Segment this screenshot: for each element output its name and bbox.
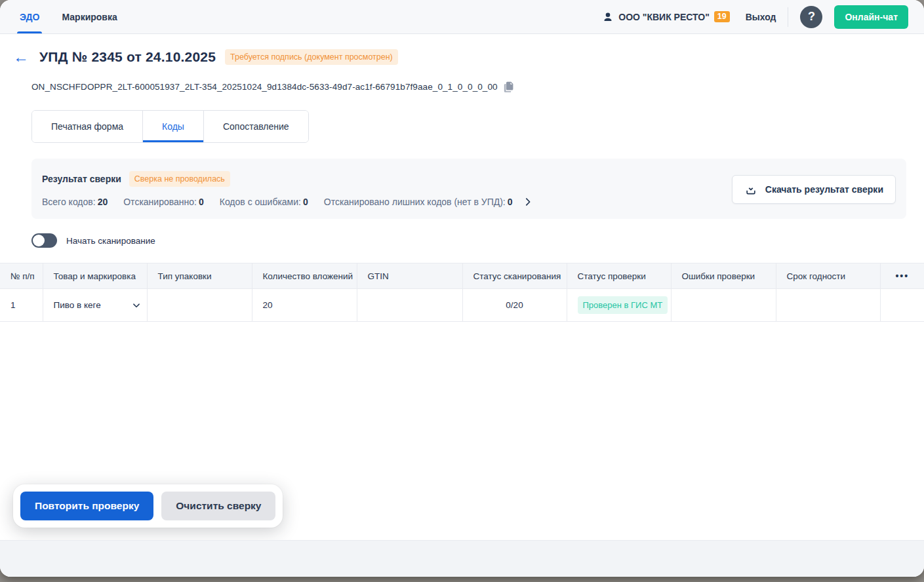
user-icon: [602, 11, 614, 23]
document-tabs: Печатная форма Коды Сопоставление: [31, 110, 309, 143]
cell-scan-status: 0/20: [462, 289, 567, 322]
col-nested-count: Количество вложений: [252, 263, 357, 289]
copy-icon[interactable]: [504, 81, 514, 92]
cell-expiry: [776, 289, 880, 322]
stat-total-codes: Всего кодов:20: [42, 197, 108, 207]
cell-gtin: [357, 289, 462, 322]
repeat-check-button[interactable]: Повторить проверку: [20, 492, 153, 520]
col-check-errors: Ошибки проверки: [671, 263, 776, 289]
online-chat-button[interactable]: Онлайн-чат: [834, 5, 908, 29]
table-row: 1 Пиво в кеге 20 0/20 Пров: [0, 289, 924, 322]
download-result-button[interactable]: Скачать результат сверки: [732, 175, 896, 204]
verification-panel: Результат сверки Сверка не проводилась В…: [31, 159, 906, 219]
download-label: Скачать результат сверки: [765, 184, 883, 195]
stat-extra-codes: Отсканировано лишних кодов (нет в УПД):0: [324, 197, 513, 207]
logout-link[interactable]: Выход: [746, 12, 776, 22]
stat-scanned: Отсканированно:0: [123, 197, 204, 207]
download-icon: [744, 183, 757, 196]
table-header-row: № п/п Товар и маркировка Тип упаковки Ко…: [0, 263, 924, 289]
file-row: ON_NSCHFDOPPR_2LT-600051937_2LT-354_2025…: [31, 81, 924, 92]
cell-nested-count: 20: [252, 289, 357, 322]
scan-toggle-row: Начать сканирование: [31, 233, 924, 248]
verification-status-badge: Сверка не проводилась: [129, 171, 230, 187]
col-gtin: GTIN: [357, 263, 462, 289]
footer-strip: [0, 540, 924, 577]
cell-product: Пиво в кеге: [43, 289, 147, 322]
verification-title: Результат сверки: [42, 174, 121, 184]
help-button[interactable]: ?: [800, 6, 822, 28]
chevron-down-icon: [132, 301, 140, 309]
clear-verification-button[interactable]: Очистить сверку: [161, 492, 275, 520]
chevron-right-icon[interactable]: [523, 197, 532, 206]
col-check-status: Статус проверки: [567, 263, 671, 289]
stat-error-codes: Кодов с ошибками:0: [220, 197, 308, 207]
scan-toggle-label: Начать сканирование: [66, 236, 155, 246]
top-navigation: ЭДО Маркировка: [20, 0, 117, 33]
top-bar: ЭДО Маркировка ООО "КВИК РЕСТО" 19 Выход…: [0, 0, 924, 34]
col-expiry: Срок годности: [776, 263, 880, 289]
org-notification-badge: 19: [714, 11, 730, 23]
verification-stats: Всего кодов:20 Отсканированно:0 Кодов с …: [42, 197, 532, 207]
tab-codes[interactable]: Коды: [142, 111, 203, 142]
product-name: Пиво в кеге: [54, 300, 101, 310]
start-scan-toggle[interactable]: [31, 233, 57, 248]
col-package-type: Тип упаковки: [147, 263, 252, 289]
floating-action-panel: Повторить проверку Очистить сверку: [13, 484, 283, 528]
tab-printed-form[interactable]: Печатная форма: [32, 111, 142, 142]
verification-info: Результат сверки Сверка не проводилась В…: [42, 171, 532, 207]
main-content: ← УПД № 2345 от 24.10.2025 Требуется под…: [0, 34, 924, 540]
user-org-menu[interactable]: ООО "КВИК РЕСТО" 19: [602, 11, 729, 23]
col-product: Товар и маркировка: [43, 263, 147, 289]
top-bar-right: ООО "КВИК РЕСТО" 19 Выход ? Онлайн-чат: [602, 0, 908, 33]
topbar-divider: [788, 7, 788, 27]
cell-num: 1: [0, 289, 43, 322]
toggle-knob: [33, 235, 45, 246]
title-row: ← УПД № 2345 от 24.10.2025 Требуется под…: [12, 49, 924, 65]
nav-item-markirovka[interactable]: Маркировка: [62, 0, 117, 33]
back-arrow-icon[interactable]: ←: [12, 49, 30, 65]
col-more: •••: [880, 263, 924, 289]
cell-package-type: [147, 289, 252, 322]
col-scan-status: Статус сканирования: [462, 263, 567, 289]
column-settings-button[interactable]: •••: [895, 271, 909, 281]
cell-check-errors: [671, 289, 776, 322]
question-mark-icon: ?: [808, 10, 815, 24]
col-num: № п/п: [0, 263, 43, 289]
org-name: ООО "КВИК РЕСТО": [618, 12, 710, 22]
nav-item-edo[interactable]: ЭДО: [20, 0, 39, 33]
document-filename: ON_NSCHFDOPPR_2LT-600051937_2LT-354_2025…: [31, 82, 498, 92]
app-window: ЭДО Маркировка ООО "КВИК РЕСТО" 19 Выход…: [0, 0, 924, 577]
tab-matching[interactable]: Сопоставление: [203, 111, 308, 142]
codes-table: № п/п Товар и маркировка Тип упаковки Ко…: [0, 263, 924, 322]
cell-more: [880, 289, 924, 322]
document-status-badge: Требуется подпись (документ просмотрен): [225, 49, 398, 65]
cell-check-status: Проверен в ГИС МТ: [567, 289, 671, 322]
page-title: УПД № 2345 от 24.10.2025: [39, 49, 216, 65]
product-dropdown[interactable]: Пиво в кеге: [54, 300, 140, 310]
check-status-badge: Проверен в ГИС МТ: [578, 296, 668, 314]
